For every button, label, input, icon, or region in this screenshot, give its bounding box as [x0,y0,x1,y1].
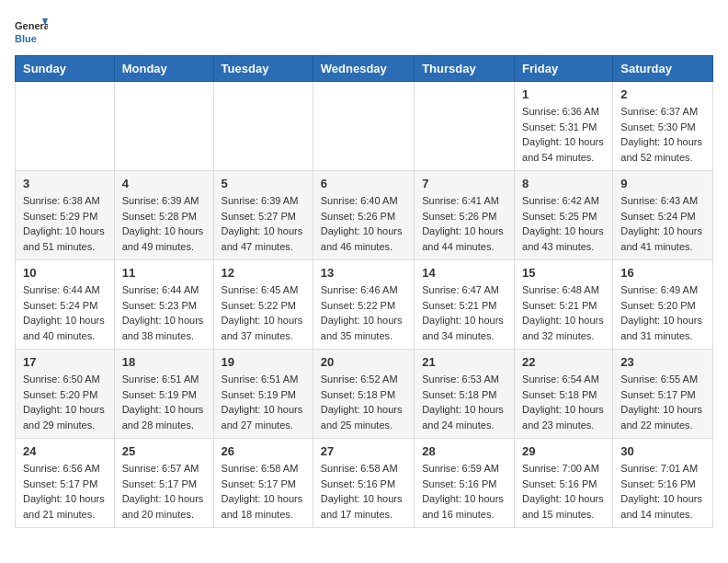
day-number: 16 [620,266,705,280]
calendar-cell [415,82,515,171]
day-number: 12 [222,266,305,280]
day-info: Sunrise: 6:44 AMSunset: 5:23 PMDaylight:… [122,282,206,343]
calendar-cell [114,82,213,171]
day-number: 10 [23,266,107,280]
svg-text:General: General [15,20,48,31]
calendar-header-row: SundayMondayTuesdayWednesdayThursdayFrid… [16,56,713,82]
day-number: 8 [522,177,605,190]
calendar-week-row: 1Sunrise: 6:36 AMSunset: 5:31 PMDaylight… [16,82,713,171]
day-number: 17 [23,355,107,369]
calendar-cell: 13Sunrise: 6:46 AMSunset: 5:22 PMDayligh… [313,260,414,350]
calendar-cell [213,82,313,171]
calendar-table: SundayMondayTuesdayWednesdayThursdayFrid… [15,55,713,528]
col-header-monday: Monday [114,56,213,82]
day-number: 20 [321,355,406,369]
day-info: Sunrise: 6:57 AMSunset: 5:17 PMDaylight:… [122,461,206,522]
day-number: 13 [321,266,406,280]
day-info: Sunrise: 6:50 AMSunset: 5:20 PMDaylight:… [23,372,107,432]
day-number: 24 [23,444,107,458]
day-info: Sunrise: 6:42 AMSunset: 5:25 PMDaylight:… [522,193,605,254]
day-info: Sunrise: 6:36 AMSunset: 5:31 PMDaylight:… [522,104,605,165]
day-info: Sunrise: 6:51 AMSunset: 5:19 PMDaylight:… [222,372,305,432]
day-number: 1 [522,87,605,101]
day-number: 9 [620,177,705,190]
day-info: Sunrise: 6:39 AMSunset: 5:27 PMDaylight:… [222,193,305,254]
day-info: Sunrise: 6:48 AMSunset: 5:21 PMDaylight:… [522,282,605,343]
col-header-saturday: Saturday [613,56,713,82]
day-number: 30 [620,444,705,458]
day-info: Sunrise: 6:47 AMSunset: 5:21 PMDaylight:… [422,282,506,343]
calendar-cell: 17Sunrise: 6:50 AMSunset: 5:20 PMDayligh… [16,350,115,439]
calendar-cell: 19Sunrise: 6:51 AMSunset: 5:19 PMDayligh… [213,350,313,439]
calendar-week-row: 17Sunrise: 6:50 AMSunset: 5:20 PMDayligh… [16,350,713,439]
calendar-week-row: 10Sunrise: 6:44 AMSunset: 5:24 PMDayligh… [16,260,713,350]
calendar-cell [313,82,414,171]
calendar-cell: 28Sunrise: 6:59 AMSunset: 5:16 PMDayligh… [415,439,515,528]
day-info: Sunrise: 6:45 AMSunset: 5:22 PMDaylight:… [222,282,305,343]
col-header-friday: Friday [515,56,613,82]
calendar-week-row: 24Sunrise: 6:56 AMSunset: 5:17 PMDayligh… [16,439,713,528]
day-number: 2 [620,87,705,101]
calendar-cell: 21Sunrise: 6:53 AMSunset: 5:18 PMDayligh… [415,350,515,439]
day-number: 11 [122,266,206,280]
day-info: Sunrise: 6:49 AMSunset: 5:20 PMDaylight:… [620,282,705,343]
col-header-tuesday: Tuesday [213,56,313,82]
calendar-cell: 20Sunrise: 6:52 AMSunset: 5:18 PMDayligh… [313,350,414,439]
day-info: Sunrise: 6:40 AMSunset: 5:26 PMDaylight:… [321,193,406,254]
calendar-cell: 4Sunrise: 6:39 AMSunset: 5:28 PMDaylight… [114,171,213,260]
day-number: 15 [522,266,605,280]
day-info: Sunrise: 6:54 AMSunset: 5:18 PMDaylight:… [522,372,605,432]
day-number: 28 [422,444,506,458]
calendar-cell: 16Sunrise: 6:49 AMSunset: 5:20 PMDayligh… [613,260,713,350]
calendar-cell: 14Sunrise: 6:47 AMSunset: 5:21 PMDayligh… [415,260,515,350]
calendar-cell: 9Sunrise: 6:43 AMSunset: 5:24 PMDaylight… [613,171,713,260]
header: General Blue [15,15,713,48]
col-header-wednesday: Wednesday [313,56,414,82]
calendar-cell: 22Sunrise: 6:54 AMSunset: 5:18 PMDayligh… [515,350,613,439]
calendar-cell: 15Sunrise: 6:48 AMSunset: 5:21 PMDayligh… [515,260,613,350]
logo: General Blue [15,15,48,48]
day-info: Sunrise: 6:58 AMSunset: 5:17 PMDaylight:… [222,461,305,522]
day-number: 4 [122,177,206,190]
calendar-week-row: 3Sunrise: 6:38 AMSunset: 5:29 PMDaylight… [16,171,713,260]
calendar-cell: 12Sunrise: 6:45 AMSunset: 5:22 PMDayligh… [213,260,313,350]
day-info: Sunrise: 6:52 AMSunset: 5:18 PMDaylight:… [321,372,406,432]
calendar-cell: 1Sunrise: 6:36 AMSunset: 5:31 PMDaylight… [515,82,613,171]
day-info: Sunrise: 6:44 AMSunset: 5:24 PMDaylight:… [23,282,107,343]
calendar-cell: 23Sunrise: 6:55 AMSunset: 5:17 PMDayligh… [613,350,713,439]
day-number: 18 [122,355,206,369]
day-info: Sunrise: 6:37 AMSunset: 5:30 PMDaylight:… [620,104,705,165]
logo-icon: General Blue [15,15,48,48]
day-info: Sunrise: 6:41 AMSunset: 5:26 PMDaylight:… [422,193,506,254]
calendar-cell: 10Sunrise: 6:44 AMSunset: 5:24 PMDayligh… [16,260,115,350]
calendar-cell: 29Sunrise: 7:00 AMSunset: 5:16 PMDayligh… [515,439,613,528]
day-number: 29 [522,444,605,458]
calendar-cell: 8Sunrise: 6:42 AMSunset: 5:25 PMDaylight… [515,171,613,260]
calendar-cell: 3Sunrise: 6:38 AMSunset: 5:29 PMDaylight… [16,171,115,260]
day-number: 6 [321,177,406,190]
day-info: Sunrise: 7:01 AMSunset: 5:16 PMDaylight:… [620,461,705,522]
day-info: Sunrise: 6:53 AMSunset: 5:18 PMDaylight:… [422,372,506,432]
calendar-cell: 6Sunrise: 6:40 AMSunset: 5:26 PMDaylight… [313,171,414,260]
day-number: 23 [620,355,705,369]
day-info: Sunrise: 7:00 AMSunset: 5:16 PMDaylight:… [522,461,605,522]
col-header-thursday: Thursday [415,56,515,82]
day-number: 5 [222,177,305,190]
calendar-cell: 26Sunrise: 6:58 AMSunset: 5:17 PMDayligh… [213,439,313,528]
day-info: Sunrise: 6:43 AMSunset: 5:24 PMDaylight:… [620,193,705,254]
day-number: 7 [422,177,506,190]
day-info: Sunrise: 6:39 AMSunset: 5:28 PMDaylight:… [122,193,206,254]
day-number: 14 [422,266,506,280]
day-info: Sunrise: 6:58 AMSunset: 5:16 PMDaylight:… [321,461,406,522]
col-header-sunday: Sunday [16,56,115,82]
day-number: 26 [222,444,305,458]
svg-text:Blue: Blue [15,33,37,44]
calendar-cell: 27Sunrise: 6:58 AMSunset: 5:16 PMDayligh… [313,439,414,528]
day-info: Sunrise: 6:56 AMSunset: 5:17 PMDaylight:… [23,461,107,522]
day-info: Sunrise: 6:59 AMSunset: 5:16 PMDaylight:… [422,461,506,522]
day-info: Sunrise: 6:38 AMSunset: 5:29 PMDaylight:… [23,193,107,254]
calendar-cell: 30Sunrise: 7:01 AMSunset: 5:16 PMDayligh… [613,439,713,528]
calendar-cell: 5Sunrise: 6:39 AMSunset: 5:27 PMDaylight… [213,171,313,260]
calendar-cell: 24Sunrise: 6:56 AMSunset: 5:17 PMDayligh… [16,439,115,528]
day-info: Sunrise: 6:51 AMSunset: 5:19 PMDaylight:… [122,372,206,432]
